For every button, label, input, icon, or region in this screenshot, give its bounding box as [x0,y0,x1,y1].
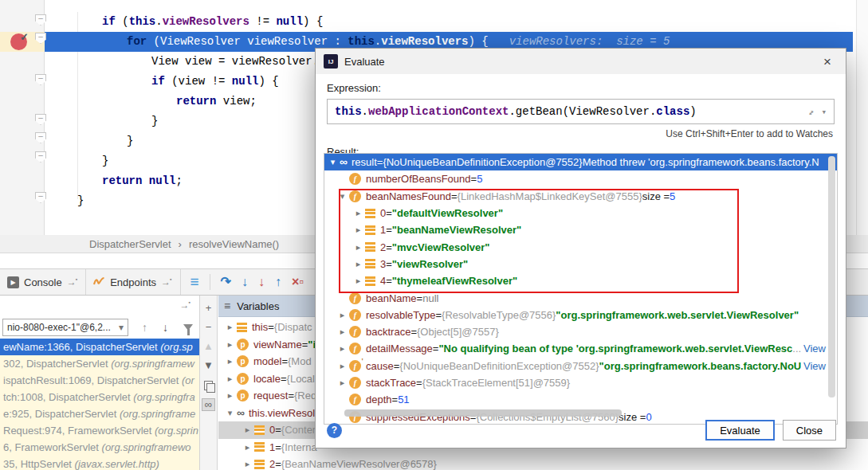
field-icon: f [349,292,361,304]
chevron-right-icon[interactable]: ▸ [336,343,349,354]
breakpoint-icon[interactable]: ✓ [10,33,27,50]
add-watch-icon[interactable]: + [202,303,215,315]
dialog-titlebar[interactable]: IJ Evaluate × [316,49,846,74]
stack-frame-row[interactable]: 6, FrameworkServlet (org.springframewo [0,439,199,456]
tree-row[interactable]: ▸1 = "beanNameViewResolver" [324,221,837,238]
stack-frame-row[interactable]: e:925, DispatcherServlet (org.springfram… [0,405,199,422]
stack-frame-row[interactable]: tch:1008, DispatcherServlet (org.springf… [0,389,199,405]
chevron-down-icon[interactable]: ▾ [223,408,237,418]
thread-selector[interactable]: nio-8080-exec-1"@6,2... ▾ [2,319,128,336]
menu-icon[interactable]: ≡ [224,300,230,312]
close-button[interactable]: Close [783,420,836,441]
show-watches-icon[interactable]: ∞ [202,398,215,411]
down-the-stack-icon[interactable]: ↓ [163,321,168,334]
token: 2 [269,458,275,470]
view-link[interactable]: View [801,360,826,372]
tree-row[interactable]: ▸0 = "defaultViewResolver" [324,205,837,221]
tree-row[interactable]: ▸2 = {BeanNameViewResolver@6578} [218,456,868,470]
tree-row[interactable]: fdepth = 51 [324,391,837,408]
token: != [249,15,277,28]
tab-options-icon[interactable]: →▪ [161,276,172,288]
chevron-right-icon[interactable]: ▸ [352,225,365,235]
frame-package: (org.springframew [111,358,194,370]
expand-icon[interactable]: ↗↙ [808,107,813,117]
token: {BeanNameViewResolver@6578} [281,458,437,470]
step-out-icon[interactable]: ↑ [275,276,281,288]
view-options-icon[interactable]: ≡ [190,276,199,288]
token: null [422,292,438,304]
chevron-right-icon[interactable]: ▸ [352,259,365,269]
move-up-icon[interactable]: ▲ [202,341,215,354]
panel-options-icon[interactable]: →▪ [180,300,191,311]
move-down-icon[interactable]: ▼ [202,360,215,373]
chevron-right-icon[interactable]: ▸ [223,339,237,350]
tree-row[interactable]: ▸2 = "mvcViewResolver" [324,238,837,255]
tree-row[interactable]: ▸fdetailMessage = "No qualifying bean of… [324,340,837,357]
token: "defaultViewResolver" [392,207,503,219]
expression-input[interactable]: this.webApplicationContext.getBean(ViewR… [327,99,835,124]
tree-row[interactable]: fbeanName = null [324,289,837,306]
remove-watch-icon[interactable]: − [202,322,215,335]
chevron-right-icon[interactable]: ▸ [336,327,349,337]
parameter-icon: p [237,373,249,385]
help-icon[interactable]: ? [327,423,342,438]
chevron-right-icon[interactable]: ▸ [241,442,254,452]
evaluate-button[interactable]: Evaluate [705,420,775,441]
force-step-into-icon[interactable]: ↓ [258,276,265,288]
token: 4 [380,275,386,287]
result-horizontal-scrollbar[interactable] [344,409,622,417]
drop-frame-icon[interactable]: ×▫ [292,276,304,288]
step-into-icon[interactable]: ↓ [242,276,248,288]
chevron-right-icon[interactable]: ▸ [352,208,365,218]
tree-row[interactable]: ▸fresolvableType = {ResolvableType@7556}… [324,307,837,323]
chevron-down-icon[interactable]: ▾ [326,157,340,167]
up-the-stack-icon[interactable]: ↑ [142,321,147,334]
stack-frame-row[interactable]: 35, HttpServlet (javax.servlet.http) [0,456,199,470]
frame-package: (org.sprin [155,425,198,437]
chevron-down-icon[interactable]: ▾ [336,191,349,202]
chevron-right-icon[interactable]: ▸ [223,322,237,332]
chevron-right-icon[interactable]: ▸ [336,361,349,371]
tab-endpoints[interactable]: Endpoints →▪ [86,269,180,295]
token: {NoUniqueBeanDefinitionException@7552} [383,156,582,168]
expression-text[interactable]: this.webApplicationContext.getBean(ViewR… [335,105,801,118]
chevron-right-icon[interactable]: ▸ [223,356,237,366]
chevron-right-icon[interactable]: ▸ [336,378,349,388]
tree-row[interactable]: ▾∞result = {NoUniqueBeanDefinitionExcept… [324,154,837,170]
tree-row[interactable]: ▸4 = "thymeleafViewResolver" [324,272,837,289]
chevron-right-icon[interactable]: ▸ [223,374,237,384]
token: "mvcViewResolver" [392,241,490,253]
tree-row[interactable]: ▸3 = "viewResolver" [324,256,837,272]
close-icon[interactable]: × [817,55,838,69]
token: for [127,35,154,48]
view-link[interactable]: View [801,343,826,354]
tree-row[interactable]: ▸fbacktrace = {Object[5]@7557} [324,323,837,340]
duplicate-watch-icon[interactable] [202,379,215,392]
editor-scrollbar[interactable] [856,0,868,235]
frames-panel-header: →▪ [0,296,199,316]
stack-frame-row[interactable]: ewName:1366, DispatcherServlet (org.sp [0,339,199,355]
tree-row[interactable]: ▾fbeanNamesFound = {LinkedHashMap$Linked… [324,188,837,205]
stack-frame-row[interactable]: Request:974, FrameworkServlet (org.sprin [0,422,199,439]
chevron-right-icon[interactable]: ▸ [223,390,237,401]
filter-icon[interactable] [183,324,193,331]
chevron-right-icon[interactable]: ▸ [352,276,365,286]
tree-row[interactable]: fnumberOfBeansFound = 5 [324,170,837,187]
history-dropdown-icon[interactable]: ▾ [821,107,827,117]
stack-frame-row[interactable]: ispatchResult:1069, DispatcherServlet (o… [0,372,199,389]
chevron-right-icon[interactable]: ▸ [352,242,365,253]
stack-frame-row[interactable]: 302, DispatcherServlet (org.springframew [0,355,199,372]
chevron-right-icon[interactable]: ▸ [241,459,254,469]
tab-options-icon[interactable]: →▪ [67,276,78,288]
frame-method: tch:1008, DispatcherServlet [3,391,133,403]
tree-row[interactable]: ▸fstackTrace = {StackTraceElement[51]@75… [324,374,837,391]
tab-console[interactable]: ▶ Console →▪ [0,269,86,295]
breadcrumb-class[interactable]: DispatcherServlet [89,238,171,250]
chevron-right-icon[interactable]: ▸ [336,310,349,320]
chevron-right-icon[interactable]: ▸ [241,425,254,435]
code-line[interactable]: if (this.viewResolvers != null) { [45,12,853,32]
step-over-icon[interactable]: ↷ [221,276,231,288]
result-vertical-scrollbar[interactable] [828,156,835,398]
tree-row[interactable]: ▸f'cause = {NoUniqueBeanDefinitionExcept… [324,358,837,374]
breadcrumb-method[interactable]: resolveViewName() [189,238,279,250]
